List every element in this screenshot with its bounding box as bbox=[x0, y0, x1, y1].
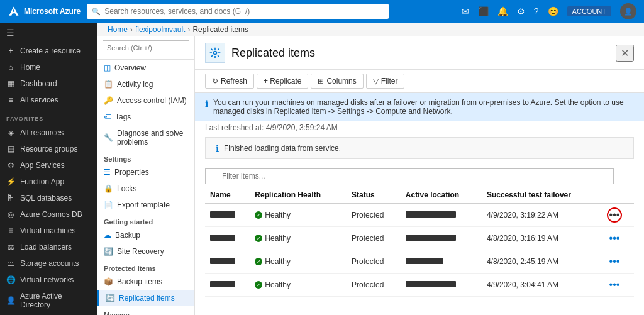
help-icon[interactable]: ? bbox=[534, 6, 539, 16]
row3-actions: ••• bbox=[602, 250, 634, 274]
left-nav-search-input[interactable] bbox=[103, 40, 189, 55]
aad-icon: 👤 bbox=[6, 296, 15, 305]
info-icon: ℹ bbox=[205, 99, 208, 109]
locks-icon: 🔒 bbox=[104, 184, 113, 193]
sidebar-item-sql-databases[interactable]: 🗄 SQL databases bbox=[0, 190, 97, 206]
sidebar-item-home[interactable]: ⌂ Home bbox=[0, 59, 97, 75]
refresh-label: Refresh bbox=[221, 77, 247, 86]
filter-btn[interactable]: ▽ Filter bbox=[366, 74, 405, 89]
svg-point-0 bbox=[214, 52, 217, 55]
row1-more-btn[interactable]: ••• bbox=[607, 207, 622, 223]
global-search-input[interactable] bbox=[104, 7, 384, 16]
left-nav-label-export: Export template bbox=[117, 201, 170, 209]
left-nav-item-activity-log[interactable]: 📋 Activity log bbox=[97, 76, 194, 92]
left-nav-item-tags[interactable]: 🏷 Tags bbox=[97, 109, 194, 125]
nav-icons: ✉ ⬛ 🔔 ⚙ ? 😊 ACCOUNT 👤 bbox=[462, 3, 636, 19]
avatar[interactable]: 👤 bbox=[620, 3, 636, 19]
sidebar-item-vnet[interactable]: 🌐 Virtual networks bbox=[0, 272, 97, 288]
columns-label: Columns bbox=[326, 77, 356, 86]
row3-status: Protected bbox=[347, 250, 401, 274]
health-label: Healthy bbox=[265, 234, 291, 243]
breadcrumb-home[interactable]: Home bbox=[108, 25, 128, 34]
sidebar-item-dashboard[interactable]: ▦ Dashboard bbox=[0, 75, 97, 92]
left-nav-item-overview[interactable]: ◫ Overview bbox=[97, 60, 194, 76]
cloud-shell-icon[interactable]: ⬛ bbox=[478, 6, 489, 16]
table-row: Healthy Protected 4/8/2020, 3:16:19 AM •… bbox=[205, 227, 634, 250]
notifications-icon[interactable]: ✉ bbox=[462, 6, 469, 16]
sidebar-item-create[interactable]: + Create a resource bbox=[0, 43, 97, 59]
columns-btn[interactable]: ⊞ Columns bbox=[311, 74, 363, 89]
table-header: Name Replication Health Status Active lo… bbox=[205, 187, 634, 204]
left-nav-label-site-recovery: Site Recovery bbox=[117, 247, 164, 256]
refresh-btn[interactable]: ↻ Refresh bbox=[205, 74, 254, 89]
replicate-btn[interactable]: + Replicate bbox=[257, 74, 308, 89]
storage-icon: 🗃 bbox=[6, 259, 15, 268]
iam-icon: 🔑 bbox=[104, 96, 113, 105]
left-nav: ◫ Overview 📋 Activity log 🔑 Access contr… bbox=[97, 36, 195, 315]
sidebar-item-aad[interactable]: 👤 Azure Active Directory bbox=[0, 288, 97, 313]
location-redacted bbox=[406, 235, 456, 241]
location-redacted bbox=[406, 211, 456, 218]
sidebar-item-vms[interactable]: 🖥 Virtual machines bbox=[0, 223, 97, 239]
favorites-section-label: FAVORITES bbox=[0, 113, 97, 124]
row3-more-btn[interactable]: ••• bbox=[607, 254, 622, 269]
sidebar-label-aad: Azure Active Directory bbox=[20, 292, 91, 309]
health-label: Healthy bbox=[265, 257, 291, 266]
left-nav-item-export[interactable]: 📄 Export template bbox=[97, 197, 194, 213]
health-label: Healthy bbox=[265, 280, 291, 289]
columns-icon: ⊞ bbox=[318, 77, 324, 86]
breadcrumb-current: Replicated items bbox=[192, 25, 248, 34]
manage-section-label: Manage bbox=[97, 306, 194, 315]
table-row: Healthy Protected 4/8/2020, 2:45:19 AM •… bbox=[205, 250, 634, 274]
table-row: Healthy Protected 4/9/2020, 3:04:41 AM •… bbox=[205, 274, 634, 297]
left-nav-item-backup[interactable]: ☁ Backup bbox=[97, 227, 194, 243]
loaded-message: Finished loading data from service. bbox=[224, 144, 341, 153]
left-nav-item-site-recovery[interactable]: 🔄 Site Recovery bbox=[97, 243, 194, 260]
col-name: Name bbox=[205, 187, 250, 204]
filter-input-wrap: 🔍 bbox=[205, 168, 614, 184]
sidebar-item-resource-groups[interactable]: ▤ Resource groups bbox=[0, 141, 97, 157]
breadcrumb-sep-2: › bbox=[187, 25, 190, 34]
sidebar-item-storage[interactable]: 🗃 Storage accounts bbox=[0, 255, 97, 272]
feedback-icon[interactable]: 😊 bbox=[548, 6, 558, 16]
sidebar-label-dashboard: Dashboard bbox=[20, 79, 57, 88]
sidebar-item-all-resources[interactable]: ◈ All resources bbox=[0, 124, 97, 141]
left-nav-item-locks[interactable]: 🔒 Locks bbox=[97, 180, 194, 197]
panel-close-btn[interactable]: ✕ bbox=[616, 45, 634, 62]
sidebar-item-app-services[interactable]: ⚙ App Services bbox=[0, 157, 97, 174]
left-nav-item-replicated[interactable]: 🔄 Replicated items bbox=[97, 290, 194, 306]
sidebar-item-all-services[interactable]: ≡ All services bbox=[0, 92, 97, 108]
vm-icon: 🖥 bbox=[6, 226, 15, 235]
left-nav-item-diagnose[interactable]: 🔧 Diagnose and solve problems bbox=[97, 125, 194, 150]
sidebar-item-function-app[interactable]: ⚡ Function App bbox=[0, 174, 97, 190]
row2-more-btn[interactable]: ••• bbox=[607, 231, 622, 246]
filter-input[interactable] bbox=[205, 168, 614, 184]
sidebar-item-load-balancers[interactable]: ⚖ Load balancers bbox=[0, 239, 97, 255]
alerts-icon[interactable]: 🔔 bbox=[497, 6, 508, 16]
sidebar-collapse-btn[interactable]: ☰ bbox=[6, 28, 14, 38]
row2-actions: ••• bbox=[602, 227, 634, 250]
create-icon: + bbox=[6, 47, 15, 55]
azure-logo[interactable]: Microsoft Azure bbox=[8, 5, 80, 18]
col-actions bbox=[602, 187, 634, 204]
sidebar-item-cosmos-db[interactable]: ◎ Azure Cosmos DB bbox=[0, 206, 97, 223]
col-location: Active location bbox=[401, 187, 482, 204]
settings-icon[interactable]: ⚙ bbox=[517, 6, 525, 16]
table-row: Healthy Protected 4/9/2020, 3:19:22 AM •… bbox=[205, 204, 634, 227]
breadcrumb-vault[interactable]: flexipoolmvault bbox=[135, 25, 185, 34]
left-nav-item-properties[interactable]: ☰ Properties bbox=[97, 164, 194, 180]
global-search-bar[interactable]: 🔍 bbox=[87, 4, 389, 19]
account-name[interactable]: ACCOUNT bbox=[567, 6, 611, 16]
row4-more-btn[interactable]: ••• bbox=[607, 277, 622, 292]
sql-icon: 🗄 bbox=[6, 194, 15, 202]
vnet-icon: 🌐 bbox=[6, 275, 15, 284]
export-icon: 📄 bbox=[104, 201, 113, 209]
info-banner-text: You can run your machines on managed dis… bbox=[213, 98, 634, 116]
replicate-label: + Replicate bbox=[264, 77, 301, 86]
panel-header: Replicated items ✕ bbox=[195, 36, 644, 70]
loaded-info-icon: ℹ bbox=[216, 143, 219, 153]
tags-icon: 🏷 bbox=[104, 113, 111, 121]
row4-actions: ••• bbox=[602, 274, 634, 297]
left-nav-item-backup-items[interactable]: 📦 Backup items bbox=[97, 274, 194, 290]
left-nav-item-iam[interactable]: 🔑 Access control (IAM) bbox=[97, 92, 194, 109]
